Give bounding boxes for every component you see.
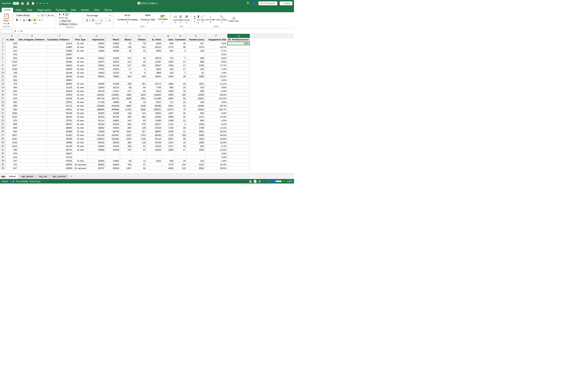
- cell-h25[interactable]: 50652: [88, 126, 105, 130]
- cell-l36[interactable]: [147, 166, 162, 170]
- cell-n29[interactable]: 10: [174, 141, 187, 144]
- cell-i7[interactable]: 22810: [105, 60, 120, 64]
- cell-o14[interactable]: 519: [187, 86, 205, 89]
- cell-n20[interactable]: 76: [174, 108, 187, 111]
- cell-k17[interactable]: 1853: [132, 97, 147, 100]
- cell-i35[interactable]: 63648: [105, 163, 120, 166]
- cell-m26[interactable]: 2535: [162, 130, 174, 133]
- increase-indent-icon[interactable]: ▷: [66, 16, 68, 19]
- cell-f34[interactable]: 47832: [47, 159, 73, 163]
- cell-q14[interactable]: [227, 86, 250, 89]
- sheet-tab-top-countries[interactable]: top_countries: [50, 174, 69, 178]
- more-icon[interactable]: •••: [46, 2, 49, 4]
- cell-m12[interactable]: [162, 78, 174, 82]
- cell-d18[interactable]: 640: [6, 100, 18, 104]
- cell-e10[interactable]: [18, 71, 47, 75]
- cell-j26[interactable]: 1016: [120, 130, 132, 133]
- orientation-icon[interactable]: 🔄: [65, 13, 68, 16]
- cell-k10[interactable]: 6: [132, 71, 147, 75]
- zoom-out-icon[interactable]: −: [263, 180, 264, 183]
- cell-i3[interactable]: 67063: [105, 45, 120, 49]
- cell-q36[interactable]: [227, 166, 250, 170]
- cell-h24[interactable]: 60244: [88, 122, 105, 126]
- cell-d6[interactable]: 823: [6, 56, 18, 60]
- cell-n34[interactable]: 25: [174, 159, 187, 163]
- cell-j18[interactable]: 39: [120, 100, 132, 104]
- cell-d34[interactable]: 707: [6, 159, 18, 163]
- row-num-19[interactable]: 19: [0, 104, 6, 108]
- cell-e5[interactable]: [18, 53, 47, 56]
- cell-p23[interactable]: 6.5%: [205, 119, 227, 122]
- cell-k26[interactable]: 317: [132, 130, 147, 133]
- cell-k11[interactable]: 646: [132, 75, 147, 78]
- cell-g12[interactable]: [73, 78, 88, 82]
- cell-i19[interactable]: 204028: [105, 104, 120, 108]
- cell-m4[interactable]: 453: [162, 49, 174, 53]
- row-num-9[interactable]: 9: [0, 67, 6, 71]
- cell-d25[interactable]: 893: [6, 126, 18, 130]
- align-middle-icon[interactable]: ↕: [61, 13, 62, 16]
- col-header-j[interactable]: J: [120, 34, 132, 38]
- comments-button[interactable]: 💬Comments: [259, 1, 277, 5]
- cell-l35[interactable]: [147, 163, 162, 166]
- cell-i17[interactable]: 266752: [105, 97, 120, 100]
- font-color-button[interactable]: A: [38, 18, 41, 22]
- cell-i28[interactable]: 120145: [105, 137, 120, 141]
- cell-f17[interactable]: 32528: [47, 97, 73, 100]
- sheet-tab-age-gender[interactable]: age_gender: [19, 174, 36, 178]
- row-num-20[interactable]: 20: [0, 108, 6, 111]
- cell-p26[interactable]: 20.2%: [205, 130, 227, 133]
- cell-p9[interactable]: 2.4%: [205, 67, 227, 71]
- cell-l33[interactable]: [147, 155, 162, 159]
- cell-f36[interactable]: 49260: [47, 166, 73, 170]
- cell-e15[interactable]: [18, 89, 47, 93]
- cell-l23[interactable]: 11890: [147, 119, 162, 122]
- wrap-text-button[interactable]: ↵ Wrap Text: [59, 19, 72, 22]
- cell-o29[interactable]: 1980: [187, 141, 205, 144]
- cell-f31[interactable]: 45747: [47, 148, 73, 152]
- cell-j35[interactable]: 750: [120, 163, 132, 166]
- cell-p29[interactable]: 10.6%: [205, 141, 227, 144]
- cell-l32[interactable]: [147, 152, 162, 155]
- cell-n36[interactable]: 126: [174, 166, 187, 170]
- cell-h5[interactable]: [88, 53, 105, 56]
- cell-e31[interactable]: [18, 148, 47, 152]
- cell-l17[interactable]: 111966: [147, 97, 162, 100]
- cell-n2[interactable]: 46: [174, 42, 187, 45]
- cell-n1[interactable]: Comments: [174, 38, 187, 42]
- cell-q21[interactable]: [227, 111, 250, 115]
- cell-f7[interactable]: 25205: [47, 60, 73, 64]
- row-num-28[interactable]: 28: [0, 137, 6, 141]
- border-dropdown[interactable]: ▾: [31, 19, 33, 21]
- col-header-g[interactable]: G: [73, 34, 88, 38]
- cell-p1[interactable]: Engagement_Rate: [205, 38, 227, 42]
- cell-f29[interactable]: 43580: [47, 141, 73, 144]
- cell-p17[interactable]: 110.4%: [205, 97, 227, 100]
- cell-n28[interactable]: 39: [174, 137, 187, 141]
- cell-h19[interactable]: 236463: [88, 104, 105, 108]
- cell-l26[interactable]: 29897: [147, 130, 162, 133]
- row-num-25[interactable]: 25: [0, 126, 6, 130]
- cell-i36[interactable]: 65624: [105, 166, 120, 170]
- highlight-dropdown[interactable]: ▾: [36, 19, 38, 21]
- grid-scroll-area[interactable]: D E F G H I J K L M N O P Q 1 rs_Visit N…: [0, 34, 294, 173]
- cell-m5[interactable]: [162, 53, 174, 56]
- align-center-icon[interactable]: ≡: [61, 16, 62, 19]
- cell-e12[interactable]: [18, 78, 47, 82]
- cell-m6[interactable]: 720: [162, 56, 174, 60]
- cell-m16[interactable]: 9495: [162, 93, 174, 97]
- cell-k32[interactable]: [132, 152, 147, 155]
- cell-p22[interactable]: 14.3%: [205, 115, 227, 119]
- cell-n10[interactable]: 7: [174, 71, 187, 75]
- cell-f8[interactable]: 26623: [47, 64, 73, 67]
- cell-g13[interactable]: IG reel: [73, 82, 88, 86]
- cell-reference-box[interactable]: Q2: [1, 29, 13, 33]
- cell-p32[interactable]: 0.0%: [205, 152, 227, 155]
- cell-n21[interactable]: 25: [174, 111, 187, 115]
- cell-g33[interactable]: [73, 155, 88, 159]
- cell-d30[interactable]: 1018: [6, 144, 18, 148]
- cell-p2[interactable]: 4.8%: [205, 42, 227, 45]
- cell-l5[interactable]: [147, 53, 162, 56]
- row-num-34[interactable]: 34: [0, 159, 6, 163]
- cell-o8[interactable]: 2235: [187, 64, 205, 67]
